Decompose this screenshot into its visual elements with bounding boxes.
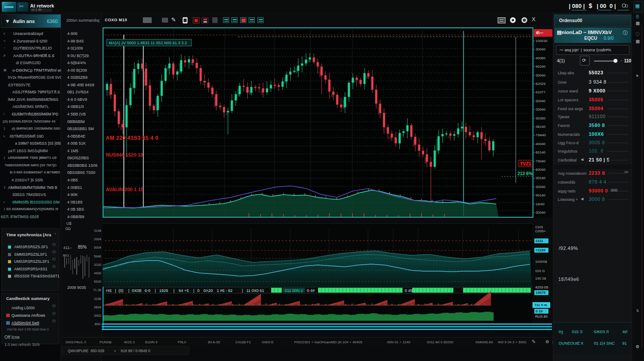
svg-text:|: | (155, 288, 156, 293)
svg-text:0 45: 0 45 (405, 288, 413, 293)
svg-text:0 4#: 0 4# (307, 288, 315, 293)
svg-text:AM 220 41S3 65 4 0: AM 220 41S3 65 4 0 (106, 135, 158, 141)
svg-text:MA(A) JV 5003 1.4B32 11 0S1 N0: MA(A) JV 5003 1.4B32 11 0S1 N00 61.3 3 2 (109, 41, 187, 45)
svg-text:213 6%: 213 6% (518, 171, 533, 176)
svg-text:11 0X0 61: 11 0X0 61 (246, 288, 264, 293)
svg-text:0X0B: 0X0B (132, 288, 142, 293)
svg-text:011 00N 2: 011 00N 2 (285, 288, 303, 293)
svg-text:NUS946 1520 10: NUS946 1520 10 (106, 152, 143, 157)
svg-text:0: 0 (197, 288, 199, 293)
svg-text:(0): (0) (119, 288, 123, 293)
svg-text:|: | (115, 288, 116, 293)
svg-text:0A20: 0A20 (203, 288, 213, 293)
svg-text:1929: 1929 (159, 288, 168, 293)
svg-text:TVZ1: TVZ1 (520, 161, 531, 166)
svg-text:|: | (193, 288, 194, 293)
svg-text:|: | (128, 288, 129, 293)
svg-text:|: | (242, 288, 243, 293)
svg-text:HS: HS (106, 288, 112, 293)
svg-text:AVALIN 200 1 15: AVALIN 200 1 15 (106, 187, 143, 192)
svg-text:1 #6 - 92: 1 #6 - 92 (217, 288, 233, 293)
svg-text:|: | (173, 288, 174, 293)
svg-text:64 +5: 64 +5 (179, 288, 189, 293)
svg-text:6-0: 6-0 (145, 288, 150, 293)
